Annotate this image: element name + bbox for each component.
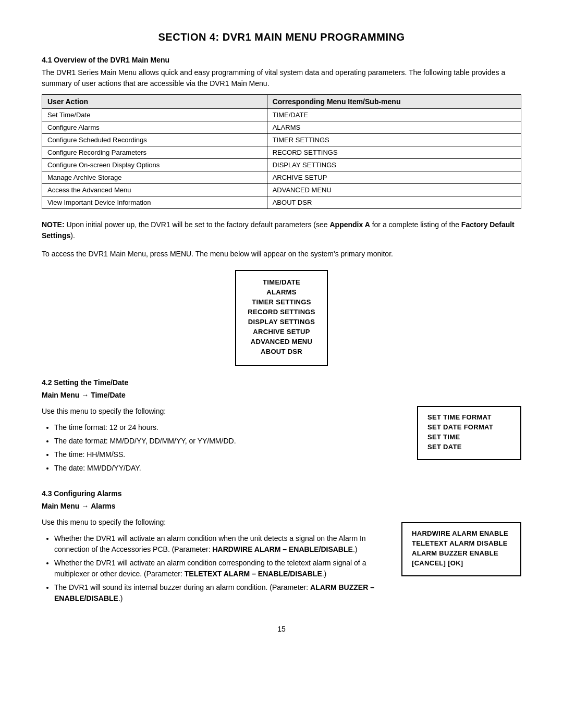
table-cell-menu: TIME/DATE [267,109,521,121]
main-menu-box-wrapper: TIME/DATEALARMSTIMER SETTINGSRECORD SETT… [42,270,521,366]
list-item: Whether the DVR1 will activate an alarm … [54,558,386,579]
main-menu-item: RECORD SETTINGS [248,308,315,316]
menu-access-text: To access the DVR1 Main Menu, press MENU… [42,249,521,260]
section42-side-box: SET TIME FORMATSET DATE FORMATSET TIMESE… [417,406,521,460]
list-item: The time: HH/MM/SS. [54,449,401,460]
list-item: Whether the DVR1 will activate an alarm … [54,533,386,555]
section42-breadcrumb-main: Main Menu [42,391,79,399]
alarm-side-box-item: TELETEXT ALARM DISABLE [412,539,511,547]
table-cell-menu: ARCHIVE SETUP [267,171,521,184]
section42-intro: Use this menu to specify the following: [42,406,401,417]
main-menu-item: ABOUT DSR [248,348,315,355]
alarm-side-box-item: HARDWIRE ALARM ENABLE [412,529,511,537]
table-row: View Important Device InformationABOUT D… [42,196,521,209]
section43-content: Use this menu to specify the following: … [42,517,386,609]
section41-intro: The DVR1 Series Main Menu allows quick a… [42,67,521,89]
page-title: SECTION 4: DVR1 MAIN MENU PROGRAMMING [42,31,521,43]
section43-breadcrumb-arrow: → [79,502,91,510]
main-menu-item: ADVANCED MENU [248,338,315,346]
section43-row: Use this menu to specify the following: … [42,517,521,609]
side-box-item: SET TIME [427,433,511,441]
table-cell-action: View Important Device Information [42,196,267,209]
section43-breadcrumb-dest: Alarms [91,502,115,510]
table-cell-action: Configure Alarms [42,121,267,134]
table-cell-menu: TIMER SETTINGS [267,134,521,146]
table-cell-action: Set Time/Date [42,109,267,121]
main-menu-item: TIMER SETTINGS [248,298,315,306]
note-text: Upon initial power up, the DVR1 will be … [42,220,515,240]
page-number: 15 [42,625,521,633]
section42-breadcrumb: Main Menu → Time/Date [42,390,521,401]
section42-heading: 4.2 Setting the Time/Date [42,378,521,387]
section43-intro: Use this menu to specify the following: [42,517,386,528]
section43-side-box: HARDWIRE ALARM ENABLETELETEXT ALARM DISA… [401,522,521,576]
main-menu-item: ARCHIVE SETUP [248,328,315,336]
side-box-item: SET DATE FORMAT [427,423,511,431]
main-menu-item: ALARMS [248,288,315,296]
section42-breadcrumb-arrow: → [79,391,91,399]
side-box-item: SET DATE [427,443,511,451]
alarm-side-box-item: ALARM BUZZER ENABLE [412,549,511,557]
side-box-item: SET TIME FORMAT [427,413,511,421]
table-row: Configure AlarmsALARMS [42,121,521,134]
user-action-table: User Action Corresponding Menu Item/Sub-… [42,94,521,209]
section43-breadcrumb: Main Menu → Alarms [42,501,521,512]
table-cell-action: Configure Scheduled Recordings [42,134,267,146]
list-item: The time format: 12 or 24 hours. [54,422,401,433]
alarm-side-box-item: [CANCEL] [OK] [412,559,511,567]
table-col2-header: Corresponding Menu Item/Sub-menu [267,95,521,109]
section41-heading: 4.1 Overview of the DVR1 Main Menu [42,56,521,64]
main-menu-item: DISPLAY SETTINGS [248,318,315,326]
table-cell-action: Access the Advanced Menu [42,184,267,196]
list-item: The date: MM/DD/YY/DAY. [54,463,401,474]
table-cell-action: Configure Recording Parameters [42,146,267,159]
table-cell-menu: RECORD SETTINGS [267,146,521,159]
table-cell-action: Configure On-screen Display Options [42,159,267,171]
table-row: Configure Scheduled RecordingsTIMER SETT… [42,134,521,146]
table-row: Configure Recording ParametersRECORD SET… [42,146,521,159]
table-row: Set Time/DateTIME/DATE [42,109,521,121]
section42-bullets: The time format: 12 or 24 hours.The date… [54,422,401,474]
table-cell-action: Manage Archive Storage [42,171,267,184]
list-item: The DVR1 will sound its internal buzzer … [54,582,386,604]
table-row: Configure On-screen Display OptionsDISPL… [42,159,521,171]
table-row: Manage Archive StorageARCHIVE SETUP [42,171,521,184]
note-block: NOTE: Upon initial power up, the DVR1 wi… [42,219,521,241]
main-menu-box: TIME/DATEALARMSTIMER SETTINGSRECORD SETT… [235,270,327,366]
section43-heading: 4.3 Configuring Alarms [42,489,521,498]
section42-content: Use this menu to specify the following: … [42,406,401,479]
table-cell-menu: ABOUT DSR [267,196,521,209]
table-col1-header: User Action [42,95,267,109]
table-cell-menu: ADVANCED MENU [267,184,521,196]
table-row: Access the Advanced MenuADVANCED MENU [42,184,521,196]
table-cell-menu: ALARMS [267,121,521,134]
table-cell-menu: DISPLAY SETTINGS [267,159,521,171]
section43-breadcrumb-main: Main Menu [42,502,79,510]
section42-breadcrumb-dest: Time/Date [91,391,126,399]
list-item: The date format: MM/DD/YY, DD/MM/YY, or … [54,436,401,447]
note-label: NOTE: [42,220,65,229]
section43-bullets: Whether the DVR1 will activate an alarm … [54,533,386,604]
main-menu-item: TIME/DATE [248,278,315,286]
section42-row: Use this menu to specify the following: … [42,406,521,479]
